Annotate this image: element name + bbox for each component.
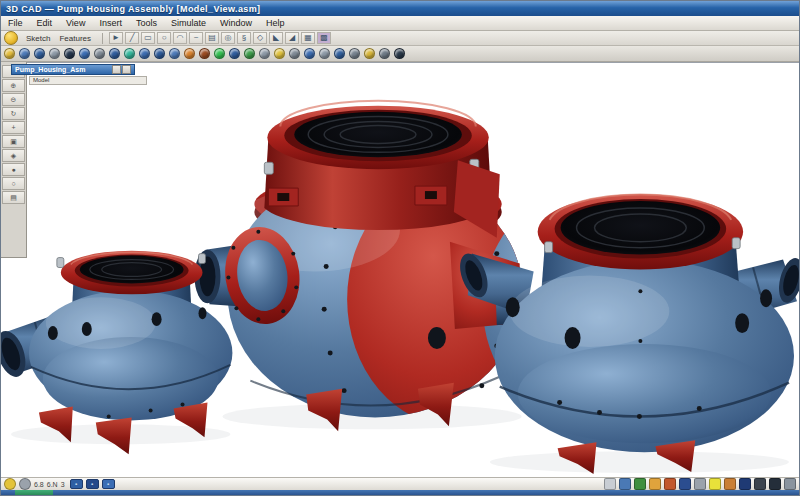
taskbar-window-1[interactable]: ▪ xyxy=(70,479,83,489)
taskbar-status-token: 3 xyxy=(61,481,65,488)
appearance-editor-icon[interactable] xyxy=(364,48,375,59)
battery-tray-icon[interactable] xyxy=(709,478,721,490)
menu-item[interactable]: Help xyxy=(266,18,285,28)
zoom-fit-icon[interactable] xyxy=(274,48,285,59)
model-right-housing[interactable] xyxy=(455,194,799,474)
menu-item[interactable]: Edit xyxy=(37,18,53,28)
toolbar-separator xyxy=(102,33,103,44)
document-tab[interactable]: Model xyxy=(29,76,147,85)
sketch-mode-icon[interactable] xyxy=(169,48,180,59)
shaded-mode-button[interactable]: ● xyxy=(2,163,25,176)
rect-tool-icon[interactable]: ▭ xyxy=(141,32,155,44)
sweep-tool-icon[interactable]: § xyxy=(237,32,251,44)
print-preview-icon[interactable] xyxy=(64,48,75,59)
document-title: Pump_Housing_Asm xyxy=(15,66,85,73)
select-arrow-icon[interactable]: ► xyxy=(109,32,123,44)
zoom-out-button[interactable]: ⊖ xyxy=(2,93,25,106)
save-icon[interactable] xyxy=(34,48,45,59)
zoom-in-button[interactable]: ⊕ xyxy=(2,79,25,92)
copy-icon[interactable] xyxy=(124,48,135,59)
line-tool-icon[interactable]: ╱ xyxy=(125,32,139,44)
settings-tray-icon[interactable] xyxy=(784,478,796,490)
spline-tool-icon[interactable]: ~ xyxy=(189,32,203,44)
side-toolbar: ►⊕⊖↻+▣◈●○▤ xyxy=(1,62,27,258)
rotate-view-icon[interactable] xyxy=(304,48,315,59)
security-tray-icon[interactable] xyxy=(754,478,766,490)
app-logo-icon xyxy=(4,31,18,45)
chamfer-tool-icon[interactable]: ◢ xyxy=(285,32,299,44)
appearance-tool-icon[interactable]: ▩ xyxy=(317,32,331,44)
new-document-icon[interactable] xyxy=(4,48,15,59)
window-titlebar[interactable]: 3D CAD — Pump Housing Assembly [Model_Vi… xyxy=(1,1,799,16)
menu-item[interactable]: View xyxy=(66,18,85,28)
volume-tray-icon[interactable] xyxy=(664,478,676,490)
globe-tray-icon[interactable] xyxy=(604,478,616,490)
document-window-titlebar[interactable]: Pump_Housing_Asm xyxy=(11,64,135,75)
shaded-view-icon[interactable] xyxy=(334,48,345,59)
isometric-view-button[interactable]: ◈ xyxy=(2,149,25,162)
primary-toolbar: SketchFeatures ►╱▭○◠~▤◎§◇◣◢▦▩ xyxy=(1,31,799,46)
pan-view-button[interactable]: + xyxy=(2,121,25,134)
smart-dimension-icon[interactable] xyxy=(184,48,195,59)
paste-icon[interactable] xyxy=(139,48,150,59)
toolbar-tab-label[interactable]: Features xyxy=(59,34,91,43)
standard-toolbar xyxy=(1,46,799,62)
redo-icon[interactable] xyxy=(94,48,105,59)
doc-minimize-icon[interactable] xyxy=(112,65,121,74)
taskbar: 6.86.N3 ▪▪▪ xyxy=(1,477,799,490)
menu-item[interactable]: Window xyxy=(220,18,252,28)
circle-tool-icon[interactable]: ○ xyxy=(157,32,171,44)
notes-tray-icon[interactable] xyxy=(694,478,706,490)
cut-icon[interactable] xyxy=(109,48,120,59)
front-view-button[interactable]: ▣ xyxy=(2,135,25,148)
rotate-view-button[interactable]: ↻ xyxy=(2,107,25,120)
revolve-tool-icon[interactable]: ◎ xyxy=(221,32,235,44)
network-tray-icon[interactable] xyxy=(619,478,631,490)
annotation-icon[interactable] xyxy=(199,48,210,59)
scene-settings-icon[interactable] xyxy=(379,48,390,59)
pan-view-icon[interactable] xyxy=(319,48,330,59)
menu-item[interactable]: Insert xyxy=(99,18,122,28)
taskbar-window-2[interactable]: ▪ xyxy=(86,479,99,489)
display-tray-icon[interactable] xyxy=(679,478,691,490)
taskbar-accent-strip xyxy=(1,490,799,495)
select-filter-icon[interactable] xyxy=(154,48,165,59)
viewport-3d[interactable] xyxy=(1,62,799,477)
taskbar-window-3[interactable]: ▪ xyxy=(102,479,115,489)
section-view-icon[interactable] xyxy=(244,48,255,59)
shield-tray-icon[interactable] xyxy=(634,478,646,490)
shadow-toggle-icon[interactable] xyxy=(259,48,270,59)
arc-tool-icon[interactable]: ◠ xyxy=(173,32,187,44)
taskbar-status-token: 6.8 xyxy=(34,481,44,488)
open-document-icon[interactable] xyxy=(19,48,30,59)
fillet-tool-icon[interactable]: ◣ xyxy=(269,32,283,44)
print-icon[interactable] xyxy=(49,48,60,59)
toolbar-tab-label[interactable]: Sketch xyxy=(26,34,50,43)
mail-tray-icon[interactable] xyxy=(724,478,736,490)
taskbar-accent-green xyxy=(15,490,53,495)
wireframe-mode-button[interactable]: ○ xyxy=(2,177,25,190)
power-tray-icon[interactable] xyxy=(769,478,781,490)
menu-item[interactable]: Tools xyxy=(136,18,157,28)
window-title: 3D CAD — Pump Housing Assembly [Model_Vi… xyxy=(6,4,261,14)
update-tray-icon[interactable] xyxy=(649,478,661,490)
section-view-button[interactable]: ▤ xyxy=(2,191,25,204)
menu-bar: FileEditViewInsertToolsSimulateWindowHel… xyxy=(1,16,799,31)
undo-icon[interactable] xyxy=(79,48,90,59)
sync-tray-icon[interactable] xyxy=(739,478,751,490)
help-icon[interactable] xyxy=(394,48,405,59)
loft-tool-icon[interactable]: ◇ xyxy=(253,32,267,44)
zoom-area-icon[interactable] xyxy=(289,48,300,59)
menu-item[interactable]: File xyxy=(8,18,23,28)
launcher-icon[interactable] xyxy=(4,478,16,490)
taskbar-status-token: 6.N xyxy=(47,481,58,488)
menu-item[interactable]: Simulate xyxy=(171,18,206,28)
wireframe-view-icon[interactable] xyxy=(349,48,360,59)
extrude-tool-icon[interactable]: ▤ xyxy=(205,32,219,44)
pattern-tool-icon[interactable]: ▦ xyxy=(301,32,315,44)
model-canvas[interactable] xyxy=(1,63,799,477)
measure-icon[interactable] xyxy=(214,48,225,59)
material-editor-icon[interactable] xyxy=(229,48,240,59)
clock-icon[interactable] xyxy=(19,478,31,490)
doc-close-icon[interactable] xyxy=(122,65,131,74)
